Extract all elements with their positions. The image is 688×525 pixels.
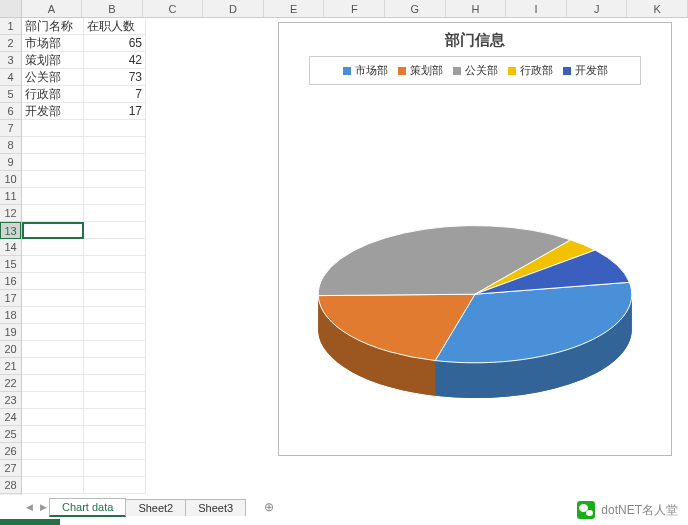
col-header-E[interactable]: E xyxy=(264,0,325,17)
cell[interactable] xyxy=(84,341,146,358)
cell[interactable] xyxy=(22,392,84,409)
sheet-tab[interactable]: Sheet3 xyxy=(185,499,246,516)
cell[interactable] xyxy=(84,171,146,188)
cell[interactable] xyxy=(84,307,146,324)
row-header-10[interactable]: 10 xyxy=(0,171,21,188)
row-header-16[interactable]: 16 xyxy=(0,273,21,290)
cell[interactable] xyxy=(22,443,84,460)
cell[interactable] xyxy=(84,392,146,409)
cell[interactable] xyxy=(22,358,84,375)
cell[interactable]: 17 xyxy=(84,103,146,120)
cell[interactable] xyxy=(84,443,146,460)
row-header-19[interactable]: 19 xyxy=(0,324,21,341)
cell[interactable] xyxy=(22,375,84,392)
row-header-8[interactable]: 8 xyxy=(0,137,21,154)
cell[interactable]: 开发部 xyxy=(22,103,84,120)
cell[interactable] xyxy=(84,256,146,273)
cell[interactable] xyxy=(22,222,84,239)
cell[interactable]: 在职人数 xyxy=(84,18,146,35)
row-header-14[interactable]: 14 xyxy=(0,239,21,256)
cell[interactable] xyxy=(84,426,146,443)
col-header-D[interactable]: D xyxy=(203,0,264,17)
row-header-7[interactable]: 7 xyxy=(0,120,21,137)
cell[interactable] xyxy=(84,460,146,477)
row-header-12[interactable]: 12 xyxy=(0,205,21,222)
row-header-21[interactable]: 21 xyxy=(0,358,21,375)
row-header-11[interactable]: 11 xyxy=(0,188,21,205)
cell[interactable] xyxy=(84,205,146,222)
cell[interactable] xyxy=(84,154,146,171)
cell[interactable]: 市场部 xyxy=(22,35,84,52)
select-all-corner[interactable] xyxy=(0,0,22,17)
add-sheet-button[interactable]: ⊕ xyxy=(258,500,280,514)
row-header-1[interactable]: 1 xyxy=(0,18,21,35)
row-header-17[interactable]: 17 xyxy=(0,290,21,307)
cell[interactable] xyxy=(84,120,146,137)
cell[interactable] xyxy=(84,222,146,239)
col-header-I[interactable]: I xyxy=(506,0,567,17)
row-header-28[interactable]: 28 xyxy=(0,477,21,494)
row-header-5[interactable]: 5 xyxy=(0,86,21,103)
sheet-tab[interactable]: Sheet2 xyxy=(125,499,186,516)
cell[interactable] xyxy=(22,205,84,222)
cell[interactable] xyxy=(22,426,84,443)
cell[interactable]: 65 xyxy=(84,35,146,52)
cell[interactable] xyxy=(22,460,84,477)
cell[interactable] xyxy=(84,477,146,494)
row-header-6[interactable]: 6 xyxy=(0,103,21,120)
col-header-B[interactable]: B xyxy=(82,0,143,17)
row-header-4[interactable]: 4 xyxy=(0,69,21,86)
cell[interactable] xyxy=(22,256,84,273)
col-header-J[interactable]: J xyxy=(567,0,628,17)
cell[interactable] xyxy=(22,188,84,205)
col-header-K[interactable]: K xyxy=(627,0,688,17)
cell[interactable] xyxy=(22,409,84,426)
cell[interactable]: 7 xyxy=(84,86,146,103)
tab-prev-icon[interactable]: ◀ xyxy=(22,498,36,516)
row-header-20[interactable]: 20 xyxy=(0,341,21,358)
cell[interactable] xyxy=(22,120,84,137)
cell[interactable] xyxy=(84,409,146,426)
embedded-chart[interactable]: 部门信息 市场部策划部公关部行政部开发部 xyxy=(278,22,672,456)
cell[interactable] xyxy=(22,137,84,154)
cell[interactable] xyxy=(84,239,146,256)
cell[interactable] xyxy=(84,188,146,205)
row-header-25[interactable]: 25 xyxy=(0,426,21,443)
tab-next-icon[interactable]: ▶ xyxy=(36,498,50,516)
row-header-22[interactable]: 22 xyxy=(0,375,21,392)
row-header-3[interactable]: 3 xyxy=(0,52,21,69)
row-header-13[interactable]: 13 xyxy=(0,222,21,239)
cell[interactable]: 策划部 xyxy=(22,52,84,69)
cell[interactable] xyxy=(84,290,146,307)
cell[interactable] xyxy=(22,307,84,324)
sheet-tab[interactable]: Chart data xyxy=(49,498,126,517)
cell[interactable] xyxy=(22,273,84,290)
cell[interactable] xyxy=(22,324,84,341)
row-header-27[interactable]: 27 xyxy=(0,460,21,477)
cell[interactable]: 公关部 xyxy=(22,69,84,86)
cell[interactable] xyxy=(22,477,84,494)
cell[interactable] xyxy=(84,137,146,154)
cell[interactable] xyxy=(84,358,146,375)
cell[interactable] xyxy=(84,324,146,341)
col-header-C[interactable]: C xyxy=(143,0,204,17)
cell[interactable] xyxy=(22,290,84,307)
row-header-18[interactable]: 18 xyxy=(0,307,21,324)
cell[interactable] xyxy=(22,239,84,256)
cell[interactable]: 42 xyxy=(84,52,146,69)
col-header-G[interactable]: G xyxy=(385,0,446,17)
cell[interactable] xyxy=(22,154,84,171)
row-header-9[interactable]: 9 xyxy=(0,154,21,171)
row-header-24[interactable]: 24 xyxy=(0,409,21,426)
col-header-F[interactable]: F xyxy=(324,0,385,17)
cell[interactable] xyxy=(84,273,146,290)
row-header-15[interactable]: 15 xyxy=(0,256,21,273)
col-header-A[interactable]: A xyxy=(22,0,83,17)
cell[interactable] xyxy=(84,375,146,392)
row-header-2[interactable]: 2 xyxy=(0,35,21,52)
cell[interactable] xyxy=(22,171,84,188)
row-header-26[interactable]: 26 xyxy=(0,443,21,460)
cell[interactable]: 73 xyxy=(84,69,146,86)
row-header-23[interactable]: 23 xyxy=(0,392,21,409)
cell[interactable] xyxy=(22,341,84,358)
